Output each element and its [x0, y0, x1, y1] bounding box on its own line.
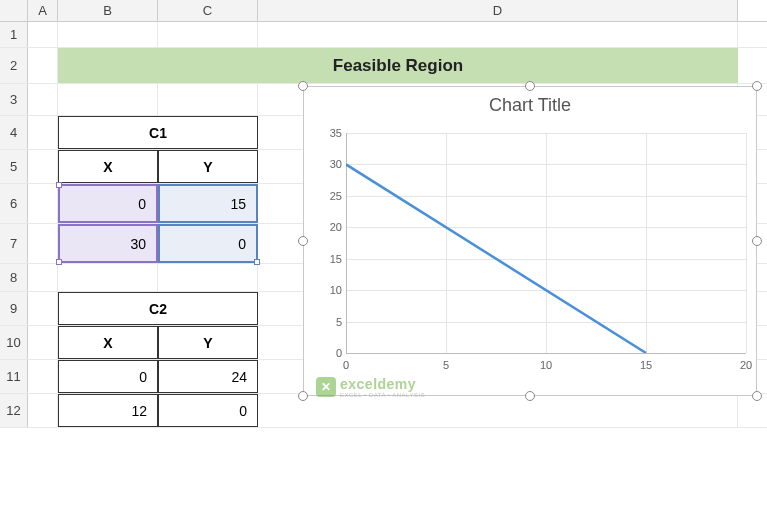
cell-A12[interactable] — [28, 394, 58, 427]
selection-handle[interactable] — [254, 259, 260, 265]
watermark: ✕ exceldemy EXCEL • DATA • ANALYSIS — [316, 376, 425, 398]
resize-handle[interactable] — [298, 81, 308, 91]
c2-y-header[interactable]: Y — [158, 326, 258, 359]
resize-handle[interactable] — [752, 391, 762, 401]
col-header-B[interactable]: B — [58, 0, 158, 21]
row-2: 2 Feasible Region — [0, 48, 767, 84]
c1-header[interactable]: C1 — [58, 116, 258, 149]
spreadsheet: A B C D 1 2 Feasible Region 3 4 C1 5 X Y — [0, 0, 767, 508]
c2-y-row2[interactable]: 0 — [158, 394, 258, 427]
cell-C8[interactable] — [158, 264, 258, 291]
resize-handle[interactable] — [752, 236, 762, 246]
cell-A9[interactable] — [28, 292, 58, 325]
row-header-4[interactable]: 4 — [0, 116, 28, 149]
column-headers: A B C D — [0, 0, 767, 22]
resize-handle[interactable] — [752, 81, 762, 91]
c1-x-row1-val: 0 — [138, 196, 146, 212]
resize-handle[interactable] — [298, 391, 308, 401]
y-tick: 15 — [320, 253, 342, 265]
y-tick: 0 — [320, 347, 342, 359]
resize-handle[interactable] — [298, 236, 308, 246]
c1-x-row2[interactable]: 30 — [58, 224, 158, 263]
cell-D1[interactable] — [258, 22, 738, 47]
cell-A7[interactable] — [28, 224, 58, 263]
y-tick: 25 — [320, 190, 342, 202]
row-header-10[interactable]: 10 — [0, 326, 28, 359]
c2-x-header[interactable]: X — [58, 326, 158, 359]
svg-line-0 — [346, 164, 646, 353]
watermark-icon: ✕ — [316, 377, 336, 397]
row-header-7[interactable]: 7 — [0, 224, 28, 263]
row-header-1[interactable]: 1 — [0, 22, 28, 47]
row-header-5[interactable]: 5 — [0, 150, 28, 183]
y-tick: 20 — [320, 221, 342, 233]
watermark-brand: exceldemy — [340, 376, 425, 392]
cell-A3[interactable] — [28, 84, 58, 115]
y-tick: 35 — [320, 127, 342, 139]
cell-B3[interactable] — [58, 84, 158, 115]
cell-A8[interactable] — [28, 264, 58, 291]
row-header-12[interactable]: 12 — [0, 394, 28, 427]
y-tick: 5 — [320, 316, 342, 328]
col-header-A[interactable]: A — [28, 0, 58, 21]
y-tick: 10 — [320, 284, 342, 296]
row-1: 1 — [0, 22, 767, 48]
chart-object[interactable]: Chart Title 0 5 10 15 20 25 30 35 — [303, 86, 757, 396]
cell-D12[interactable] — [258, 394, 738, 427]
x-tick: 15 — [640, 359, 652, 371]
resize-handle[interactable] — [525, 81, 535, 91]
resize-handle[interactable] — [525, 391, 535, 401]
x-tick: 10 — [540, 359, 552, 371]
cell-A4[interactable] — [28, 116, 58, 149]
c2-x-row2[interactable]: 12 — [58, 394, 158, 427]
c1-y-row2-val: 0 — [238, 236, 246, 252]
col-header-D[interactable]: D — [258, 0, 738, 21]
cell-A1[interactable] — [28, 22, 58, 47]
y-tick: 30 — [320, 158, 342, 170]
row-header-11[interactable]: 11 — [0, 360, 28, 393]
x-tick: 0 — [343, 359, 349, 371]
c1-x-header[interactable]: X — [58, 150, 158, 183]
row-12: 12 12 0 — [0, 394, 767, 428]
selection-handle[interactable] — [56, 182, 62, 188]
c1-y-row2[interactable]: 0 — [158, 224, 258, 263]
cell-A5[interactable] — [28, 150, 58, 183]
row-header-2[interactable]: 2 — [0, 48, 28, 83]
cell-A2[interactable] — [28, 48, 58, 83]
c1-y-header[interactable]: Y — [158, 150, 258, 183]
row-header-6[interactable]: 6 — [0, 184, 28, 223]
cell-A10[interactable] — [28, 326, 58, 359]
x-tick: 5 — [443, 359, 449, 371]
cell-A11[interactable] — [28, 360, 58, 393]
chart-title[interactable]: Chart Title — [304, 87, 756, 120]
row-header-8[interactable]: 8 — [0, 264, 28, 291]
watermark-sub: EXCEL • DATA • ANALYSIS — [340, 392, 425, 398]
cell-C1[interactable] — [158, 22, 258, 47]
c2-y-row1[interactable]: 24 — [158, 360, 258, 393]
row-header-3[interactable]: 3 — [0, 84, 28, 115]
selection-handle[interactable] — [56, 259, 62, 265]
c2-x-row1[interactable]: 0 — [58, 360, 158, 393]
c1-x-row1[interactable]: 0 — [58, 184, 158, 223]
x-tick: 20 — [740, 359, 752, 371]
plot-area[interactable]: 0 5 10 15 20 25 30 35 0 5 10 15 20 — [346, 133, 746, 353]
row-header-9[interactable]: 9 — [0, 292, 28, 325]
c2-header[interactable]: C2 — [58, 292, 258, 325]
cell-B1[interactable] — [58, 22, 158, 47]
cell-B8[interactable] — [58, 264, 158, 291]
cell-A6[interactable] — [28, 184, 58, 223]
c1-y-row1[interactable]: 15 — [158, 184, 258, 223]
col-header-C[interactable]: C — [158, 0, 258, 21]
c1-x-row2-val: 30 — [130, 236, 146, 252]
cell-C3[interactable] — [158, 84, 258, 115]
chart-series-line[interactable] — [346, 133, 746, 353]
title-banner[interactable]: Feasible Region — [58, 48, 738, 83]
select-all-corner[interactable] — [0, 0, 28, 21]
